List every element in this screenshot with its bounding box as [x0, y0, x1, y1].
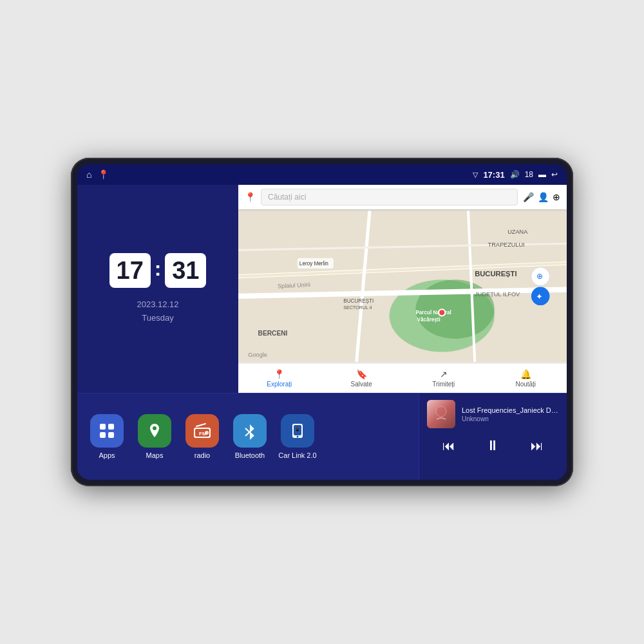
apps-icon [90, 414, 124, 448]
app-item-apps[interactable]: Apps [88, 414, 126, 459]
radio-label: radio [194, 451, 210, 459]
svg-point-31 [153, 426, 156, 430]
apps-row: Apps Maps [77, 393, 419, 480]
status-right-info: ▽ 17:31 🔊 18 ▬ ↩ [473, 170, 558, 180]
music-controls: ⏮ ⏸ ⏭ [427, 435, 559, 457]
apps-label: Apps [99, 451, 115, 459]
time-display: 17:31 [483, 170, 504, 180]
carlink-icon: 📱 [281, 414, 314, 448]
svg-text:BERCENI: BERCENI [258, 330, 288, 337]
car-display-device: ⌂ 📍 ▽ 17:31 🔊 18 ▬ ↩ 17 : [71, 158, 573, 486]
svg-point-2 [415, 279, 494, 339]
svg-text:Leroy Merlin: Leroy Merlin [299, 261, 328, 267]
music-meta: Lost Frequencies_Janieck Devy-... Unknow… [462, 406, 559, 422]
svg-text:SECTORUL 4: SECTORUL 4 [343, 305, 372, 310]
prev-button[interactable]: ⏮ [437, 436, 460, 456]
svg-text:Parcul Natural: Parcul Natural [415, 310, 451, 316]
next-button[interactable]: ⏭ [526, 436, 549, 456]
svg-point-21 [439, 309, 445, 316]
home-icon[interactable]: ⌂ [86, 169, 91, 180]
app-item-maps[interactable]: Maps [135, 414, 174, 459]
svg-text:BUCUREȘTI: BUCUREȘTI [343, 298, 374, 304]
carlink-label: Car Link 2.0 [278, 451, 316, 459]
volume-level: 18 [525, 170, 533, 179]
play-pause-button[interactable]: ⏸ [480, 435, 505, 457]
app-item-radio[interactable]: FM radio [183, 414, 222, 459]
app-item-carlink[interactable]: 📱 Car Link 2.0 [278, 414, 317, 459]
status-bar: ⌂ 📍 ▽ 17:31 🔊 18 ▬ ↩ [77, 164, 567, 185]
svg-text:JUDEȚUL ILFOV: JUDEȚUL ILFOV [475, 291, 520, 298]
map-btn-saved[interactable]: 🔖 Salvate [321, 366, 403, 390]
svg-text:✦: ✦ [536, 292, 543, 301]
back-icon[interactable]: ↩ [551, 170, 558, 179]
maps-label: Maps [146, 451, 164, 459]
clock-display: 17 : 31 [109, 253, 207, 288]
map-location-icon: 📍 [245, 192, 256, 202]
bluetooth-icon [233, 414, 267, 448]
music-title: Lost Frequencies_Janieck Devy-... [462, 406, 559, 414]
layers-icon[interactable]: ⊕ [553, 192, 560, 202]
maps-nav-icon[interactable]: 📍 [98, 169, 109, 180]
news-icon: 🔔 [520, 369, 531, 379]
svg-line-36 [196, 424, 205, 426]
status-left-icons: ⌂ 📍 [86, 169, 109, 180]
music-thumbnail [427, 400, 455, 428]
svg-text:Văcărești: Văcărești [417, 317, 440, 323]
svg-text:TRAPEZULUI: TRAPEZULUI [488, 242, 525, 248]
clock-date: 2023.12.12 Tuesday [137, 298, 178, 325]
svg-rect-27 [100, 424, 106, 430]
clock-colon: : [155, 257, 162, 281]
svg-point-41 [297, 436, 299, 438]
music-info: Lost Frequencies_Janieck Devy-... Unknow… [427, 400, 559, 428]
svg-rect-28 [108, 424, 114, 430]
map-btn-news[interactable]: 🔔 Noutăți [485, 366, 567, 390]
svg-text:⊕: ⊕ [536, 272, 543, 281]
clock-panel: 17 : 31 2023.12.12 Tuesday [77, 185, 238, 393]
clock-hours: 17 [109, 253, 151, 288]
maps-icon [138, 414, 171, 448]
svg-point-44 [436, 406, 446, 417]
music-player: Lost Frequencies_Janieck Devy-... Unknow… [419, 393, 567, 480]
app-item-bluetooth[interactable]: Bluetooth [231, 414, 269, 459]
svg-point-35 [205, 431, 209, 435]
search-placeholder: Căutați aici [268, 193, 306, 202]
device-screen: ⌂ 📍 ▽ 17:31 🔊 18 ▬ ↩ 17 : [77, 164, 567, 480]
radio-icon: FM [185, 414, 219, 448]
clock-minutes: 31 [165, 253, 206, 288]
send-icon: ↗ [440, 369, 448, 379]
svg-text:Google: Google [248, 352, 267, 358]
bottom-section: Apps Maps [77, 393, 567, 480]
map-panel[interactable]: 📍 Căutați aici 🎤 👤 ⊕ [238, 185, 567, 393]
microphone-icon[interactable]: 🎤 [523, 192, 534, 202]
svg-text:UZANA: UZANA [507, 229, 528, 235]
svg-rect-30 [108, 432, 114, 438]
volume-icon: 🔊 [510, 170, 520, 179]
svg-text:📱: 📱 [295, 427, 300, 432]
bluetooth-label: Bluetooth [235, 451, 265, 459]
explore-icon: 📍 [274, 369, 285, 379]
saved-icon: 🔖 [356, 369, 367, 379]
account-icon[interactable]: 👤 [538, 192, 549, 202]
map-search-icons: 🎤 👤 ⊕ [523, 192, 560, 202]
map-footer: 📍 Explorați 🔖 Salvate ↗ Trimiteți 🔔 [238, 363, 567, 393]
svg-rect-29 [100, 432, 106, 438]
signal-icon: ▽ [473, 171, 478, 179]
music-artist: Unknown [462, 415, 559, 422]
svg-text:BUCUREȘTI: BUCUREȘTI [475, 270, 516, 278]
map-body[interactable]: Splaiul Unirii BUCUREȘTI JUDEȚUL ILFOV B… [238, 209, 567, 363]
map-search-box[interactable]: Căutați aici [261, 189, 518, 205]
map-header: 📍 Căutați aici 🎤 👤 ⊕ [238, 185, 567, 209]
top-section: 17 : 31 2023.12.12 Tuesday 📍 [77, 185, 567, 393]
battery-icon: ▬ [538, 170, 546, 179]
map-btn-explore[interactable]: 📍 Explorați [238, 366, 321, 390]
map-btn-send[interactable]: ↗ Trimiteți [402, 366, 485, 390]
main-content: 17 : 31 2023.12.12 Tuesday 📍 [77, 185, 567, 480]
